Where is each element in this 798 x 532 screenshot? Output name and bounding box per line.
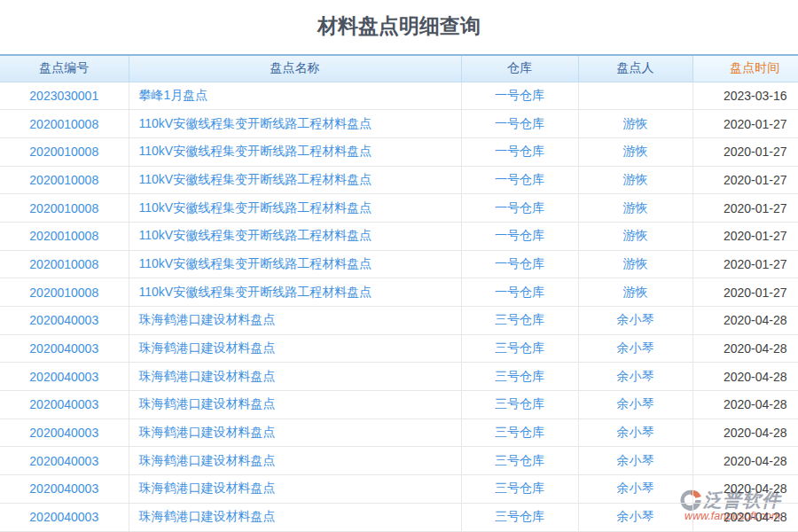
date-text: 2020-04-28 [724, 481, 787, 496]
person-link[interactable]: 余小琴 [617, 453, 654, 467]
person-link[interactable]: 余小琴 [617, 509, 654, 523]
inventory-name-link[interactable]: 110kV安徽线程集变开断线路工程材料盘点 [139, 116, 372, 130]
table-header-row: 盘点编号 盘点名称 仓库 盘点人 盘点时间 [0, 55, 798, 82]
inventory-name-link[interactable]: 珠海鹤港口建设材料盘点 [139, 509, 276, 523]
warehouse-link[interactable]: 三号仓库 [495, 312, 544, 326]
warehouse-link[interactable]: 三号仓库 [495, 453, 544, 467]
table-row: 2020010008 110kV安徽线程集变开断线路工程材料盘点 一号仓库 游恢… [0, 166, 798, 194]
warehouse-link[interactable]: 一号仓库 [495, 256, 544, 270]
cell-inventory-id: 2020010008 [0, 222, 129, 250]
cell-warehouse: 一号仓库 [461, 110, 578, 138]
person-link[interactable]: 游恢 [623, 144, 648, 158]
table-row: 2023030001 攀峰1月盘点 一号仓库 2023-03-16 [0, 82, 798, 110]
inventory-id-link[interactable]: 2023030001 [29, 89, 98, 103]
inventory-id-link[interactable]: 2020040003 [29, 313, 98, 327]
person-link[interactable]: 余小琴 [617, 396, 654, 411]
inventory-name-link[interactable]: 珠海鹤港口建设材料盘点 [139, 425, 276, 439]
col-header-date[interactable]: 盘点时间 [692, 55, 798, 82]
cell-inventory-name: 110kV安徽线程集变开断线路工程材料盘点 [129, 110, 461, 138]
person-link[interactable]: 游恢 [623, 285, 648, 299]
col-header-warehouse[interactable]: 仓库 [461, 55, 578, 82]
table-row: 2020010008 110kV安徽线程集变开断线路工程材料盘点 一号仓库 游恢… [0, 194, 798, 223]
table-row: 2020040003 珠海鹤港口建设材料盘点 三号仓库 余小琴 2020-04-… [0, 475, 798, 504]
warehouse-link[interactable]: 一号仓库 [495, 88, 544, 102]
cell-inventory-id: 2020010008 [0, 137, 129, 166]
warehouse-link[interactable]: 一号仓库 [495, 116, 544, 130]
col-header-inventory-name[interactable]: 盘点名称 [129, 55, 461, 82]
cell-inventory-name: 110kV安徽线程集变开断线路工程材料盘点 [129, 194, 461, 223]
inventory-name-link[interactable]: 110kV安徽线程集变开断线路工程材料盘点 [139, 144, 372, 158]
warehouse-link[interactable]: 一号仓库 [495, 228, 544, 242]
cell-inventory-id: 2020040003 [0, 334, 129, 363]
inventory-name-link[interactable]: 珠海鹤港口建设材料盘点 [139, 481, 276, 495]
cell-inventory-name: 攀峰1月盘点 [129, 82, 461, 110]
cell-inventory-id: 2020040003 [0, 363, 129, 391]
person-link[interactable]: 游恢 [623, 116, 648, 130]
person-link[interactable]: 余小琴 [617, 425, 654, 439]
inventory-name-link[interactable]: 110kV安徽线程集变开断线路工程材料盘点 [139, 172, 372, 186]
warehouse-link[interactable]: 三号仓库 [495, 369, 544, 383]
inventory-id-link[interactable]: 2020010008 [29, 229, 98, 243]
warehouse-link[interactable]: 一号仓库 [495, 144, 544, 158]
inventory-id-link[interactable]: 2020010008 [29, 286, 98, 300]
cell-person: 游恢 [578, 137, 692, 166]
date-text: 2020-04-28 [724, 370, 787, 384]
date-text: 2020-01-27 [724, 173, 787, 187]
cell-person: 余小琴 [578, 419, 692, 447]
inventory-name-link[interactable]: 攀峰1月盘点 [139, 88, 208, 102]
table-row: 2020010008 110kV安徽线程集变开断线路工程材料盘点 一号仓库 游恢… [0, 278, 798, 307]
cell-inventory-name: 珠海鹤港口建设材料盘点 [129, 503, 461, 531]
inventory-id-link[interactable]: 2020010008 [29, 117, 98, 131]
warehouse-link[interactable]: 一号仓库 [495, 285, 544, 299]
inventory-name-link[interactable]: 珠海鹤港口建设材料盘点 [139, 369, 276, 383]
person-link[interactable]: 余小琴 [617, 312, 654, 326]
inventory-name-link[interactable]: 110kV安徽线程集变开断线路工程材料盘点 [139, 256, 372, 270]
inventory-id-link[interactable]: 2020010008 [29, 257, 98, 271]
inventory-id-link[interactable]: 2020010008 [29, 201, 98, 215]
warehouse-link[interactable]: 一号仓库 [495, 200, 544, 215]
warehouse-link[interactable]: 三号仓库 [495, 425, 544, 439]
table-row: 2020010008 110kV安徽线程集变开断线路工程材料盘点 一号仓库 游恢… [0, 222, 798, 250]
inventory-id-link[interactable]: 2020010008 [29, 145, 98, 159]
cell-inventory-id: 2020040003 [0, 419, 129, 447]
inventory-id-link[interactable]: 2020040003 [29, 454, 98, 468]
date-text: 2020-01-27 [724, 229, 787, 243]
date-text: 2020-04-28 [724, 341, 787, 356]
cell-person: 余小琴 [578, 334, 692, 363]
person-link[interactable]: 游恢 [623, 228, 648, 242]
cell-date: 2020-01-27 [692, 222, 798, 250]
inventory-id-link[interactable]: 2020040003 [29, 370, 98, 384]
person-link[interactable]: 游恢 [623, 200, 648, 215]
cell-person: 游恢 [578, 166, 692, 194]
inventory-name-link[interactable]: 珠海鹤港口建设材料盘点 [139, 453, 276, 467]
inventory-name-link[interactable]: 110kV安徽线程集变开断线路工程材料盘点 [139, 228, 372, 242]
inventory-name-link[interactable]: 珠海鹤港口建设材料盘点 [139, 340, 276, 355]
inventory-name-link[interactable]: 110kV安徽线程集变开断线路工程材料盘点 [139, 285, 372, 299]
cell-warehouse: 三号仓库 [461, 363, 578, 391]
date-text: 2020-01-27 [724, 117, 787, 131]
inventory-id-link[interactable]: 2020040003 [29, 481, 98, 496]
col-header-inventory-id[interactable]: 盘点编号 [0, 55, 129, 82]
inventory-name-link[interactable]: 110kV安徽线程集变开断线路工程材料盘点 [139, 200, 372, 215]
inventory-id-link[interactable]: 2020010008 [29, 173, 98, 187]
inventory-name-link[interactable]: 珠海鹤港口建设材料盘点 [139, 312, 276, 326]
person-link[interactable]: 余小琴 [617, 481, 654, 495]
warehouse-link[interactable]: 三号仓库 [495, 340, 544, 355]
cell-warehouse: 一号仓库 [461, 250, 578, 278]
col-header-person[interactable]: 盘点人 [578, 55, 692, 82]
person-link[interactable]: 游恢 [623, 256, 648, 270]
date-text: 2020-01-27 [724, 201, 787, 215]
inventory-id-link[interactable]: 2020040003 [29, 510, 98, 524]
inventory-id-link[interactable]: 2020040003 [29, 397, 98, 411]
inventory-id-link[interactable]: 2020040003 [29, 426, 98, 440]
person-link[interactable]: 余小琴 [617, 340, 654, 355]
person-link[interactable]: 余小琴 [617, 369, 654, 383]
inventory-id-link[interactable]: 2020040003 [29, 341, 98, 356]
warehouse-link[interactable]: 一号仓库 [495, 172, 544, 186]
cell-inventory-id: 2020040003 [0, 391, 129, 419]
person-link[interactable]: 游恢 [623, 172, 648, 186]
warehouse-link[interactable]: 三号仓库 [495, 481, 544, 495]
warehouse-link[interactable]: 三号仓库 [495, 396, 544, 411]
warehouse-link[interactable]: 三号仓库 [495, 509, 544, 523]
inventory-name-link[interactable]: 珠海鹤港口建设材料盘点 [139, 396, 276, 411]
